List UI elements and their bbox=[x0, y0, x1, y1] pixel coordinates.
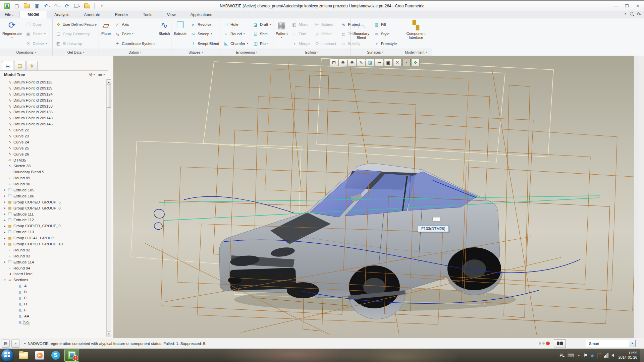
tree-item[interactable]: ◧C bbox=[0, 295, 107, 301]
tree-item[interactable]: ⌓Boundary Blend 5 bbox=[0, 169, 107, 175]
dropbox-icon[interactable]: ◆ bbox=[591, 353, 594, 358]
scroll-down-arrow[interactable]: ▼ bbox=[107, 331, 111, 336]
folder-browser-tab[interactable]: ▤ bbox=[14, 61, 25, 70]
tree-item[interactable]: ▸▦Group COPIED_GROUP_5 bbox=[0, 199, 107, 205]
expand-arrow-icon[interactable]: ▸ bbox=[3, 188, 7, 191]
tree-item[interactable]: ◗Round 94 bbox=[0, 265, 107, 271]
regenerate-quick-button[interactable]: ⟳ bbox=[63, 2, 71, 10]
model-tree-toggle[interactable]: ⊟ bbox=[2, 340, 10, 348]
point-button[interactable]: ˣₓPoint▾ bbox=[113, 31, 156, 37]
tab-applications[interactable]: Applications bbox=[183, 11, 220, 18]
group-label-get-data[interactable]: Get Data▾ bbox=[53, 49, 99, 56]
tree-item[interactable]: ▸❒Extrude 105 bbox=[0, 187, 107, 193]
copy-geometry-button[interactable]: ❏Copy Geometry bbox=[54, 31, 98, 37]
rib-button[interactable]: ◫Rib▾ bbox=[252, 40, 272, 47]
taskbar-file-explorer[interactable] bbox=[16, 349, 31, 362]
extrude-button[interactable]: ❒ Extrude bbox=[172, 19, 188, 49]
tree-item[interactable]: ∿Curve 22 bbox=[0, 127, 107, 133]
trim-button[interactable]: ◌Trim bbox=[290, 31, 311, 37]
merge-button[interactable]: ◑Merge bbox=[290, 40, 311, 47]
spin-center-icon[interactable]: ❖ bbox=[411, 59, 420, 66]
delete-button[interactable]: ✕Delete▾ bbox=[24, 40, 48, 47]
tree-item[interactable]: ∿Curve 26 bbox=[0, 151, 107, 157]
paste-button[interactable]: ▣Paste▾ bbox=[24, 31, 48, 37]
collapse-ribbon-icon[interactable]: ∧ bbox=[624, 12, 627, 16]
tab-model[interactable]: Model bbox=[20, 11, 47, 18]
tree-filters-button[interactable]: ⚒▾ bbox=[89, 72, 95, 77]
action-center-flag-icon[interactable]: ⚑ bbox=[583, 353, 588, 358]
zoom-out-icon[interactable]: ⊖ bbox=[348, 59, 356, 66]
undo-dropdown[interactable]: ▾ bbox=[49, 5, 50, 8]
fill-button[interactable]: ▨Fill bbox=[373, 21, 398, 28]
user-defined-feature-button[interactable]: ❖User-Defined Feature bbox=[54, 21, 98, 28]
scrollbar-thumb[interactable] bbox=[107, 84, 111, 108]
tree-item[interactable]: ▸▦Group COPIED_GROUP_10 bbox=[0, 241, 107, 247]
selection-filter-combo[interactable]: Smart ▼ bbox=[586, 340, 636, 347]
taskbar-clock[interactable]: 11:55 2014-01-26 bbox=[619, 351, 637, 360]
close-window-button[interactable] bbox=[83, 2, 91, 10]
tab-tools[interactable]: Tools bbox=[136, 11, 160, 18]
expand-arrow-icon[interactable]: ▸ bbox=[3, 194, 7, 197]
copy-button[interactable]: ❐Copy bbox=[24, 21, 48, 28]
mirror-button[interactable]: ◧Mirror bbox=[290, 21, 311, 28]
language-indicator[interactable]: PL bbox=[559, 353, 565, 358]
tab-view[interactable]: View bbox=[160, 11, 183, 18]
windows-button[interactable]: ❐▾ bbox=[73, 2, 81, 10]
command-search-icon[interactable] bbox=[630, 12, 633, 15]
shrinkwrap-button[interactable]: ◩Shrinkwrap bbox=[54, 40, 98, 47]
shell-button[interactable]: ⊡Shell bbox=[252, 31, 272, 37]
intersect-button[interactable]: ⊙Intersect bbox=[313, 40, 337, 47]
taskbar-skype[interactable]: S bbox=[48, 349, 63, 362]
tree-item[interactable]: ˣₓDatum Point id 209146 bbox=[0, 121, 107, 127]
expand-arrow-icon[interactable]: ▾ bbox=[3, 279, 7, 282]
group-label-operations[interactable]: Operations▾ bbox=[0, 49, 52, 56]
taskbar-creo-parametric[interactable]: ! bbox=[64, 349, 79, 362]
saved-orientations-icon[interactable]: AB bbox=[375, 59, 383, 66]
expand-arrow-icon[interactable]: ▸ bbox=[3, 242, 7, 245]
plane-button[interactable]: ▱ Plane bbox=[100, 19, 112, 49]
selection-filter-dropdown[interactable]: ▼ bbox=[629, 340, 635, 347]
tree-item[interactable]: ▸▦Group COPIED_GROUP_9 bbox=[0, 223, 107, 229]
freestyle-button[interactable]: ●Freestyle bbox=[373, 40, 398, 47]
volume-icon[interactable] bbox=[611, 354, 614, 357]
resize-button[interactable]: ❐ bbox=[623, 3, 631, 9]
tree-item[interactable]: ˣₓDatum Point id 209113 bbox=[0, 79, 107, 85]
offset-button[interactable]: ⇗Offset bbox=[313, 31, 337, 37]
tree-item[interactable]: ˣₓDatum Point id 209136 bbox=[0, 109, 107, 115]
tree-item[interactable]: ∿Curve 24 bbox=[0, 139, 107, 145]
show-desktop-button[interactable] bbox=[640, 349, 644, 362]
revolve-button[interactable]: ⌀Revolve bbox=[189, 21, 221, 28]
find-button[interactable] bbox=[554, 339, 566, 348]
tree-item[interactable]: ∿Curve 23 bbox=[0, 133, 107, 139]
tree-item[interactable]: ▾▰Sections bbox=[0, 277, 107, 283]
style-button[interactable]: ≋Style bbox=[373, 31, 398, 37]
open-button[interactable] bbox=[23, 2, 31, 10]
tree-columns-button[interactable]: ≔▾ bbox=[98, 72, 105, 77]
sweep-button[interactable]: ∾Sweep▾ bbox=[189, 31, 221, 37]
display-style-icon[interactable]: ◪ bbox=[366, 59, 374, 66]
group-label-model-intent[interactable]: Model Intent▾ bbox=[400, 49, 432, 56]
tree-item[interactable]: ◧SS bbox=[0, 319, 107, 325]
round-button[interactable]: ◗Round▾ bbox=[222, 31, 250, 37]
redo-dropdown[interactable]: ▾ bbox=[59, 5, 60, 8]
tab-analysis[interactable]: Analysis bbox=[47, 11, 77, 18]
group-label-surfaces[interactable]: Surfaces▾ bbox=[351, 49, 400, 56]
tree-item[interactable]: ◗Round 92 bbox=[0, 247, 107, 253]
draft-button[interactable]: ◪Draft▾ bbox=[252, 21, 272, 28]
tree-item[interactable]: ˣₓDatum Point id 209127 bbox=[0, 97, 107, 103]
tree-item[interactable]: ˣₓDatum Point id 209143 bbox=[0, 115, 107, 121]
expand-arrow-icon[interactable]: ▸ bbox=[3, 260, 7, 263]
chamfer-button[interactable]: ◣Chamfer▾ bbox=[222, 40, 250, 47]
tree-item[interactable]: ˣₓDatum Point id 209119 bbox=[0, 85, 107, 91]
hidden-icons-chevron[interactable]: ▲ bbox=[577, 354, 580, 357]
tree-item[interactable]: ▸❒Extrude 114 bbox=[0, 259, 107, 265]
start-button[interactable] bbox=[1, 349, 13, 361]
keyboard-icon[interactable]: ⌨ bbox=[568, 353, 574, 358]
tree-item[interactable]: ➜Insert Here bbox=[0, 271, 107, 277]
group-label-datum[interactable]: Datum▾ bbox=[99, 49, 171, 56]
power-icon[interactable] bbox=[597, 354, 601, 358]
tree-item[interactable]: ˣₓDatum Point id 209124 bbox=[0, 91, 107, 97]
new-file-button[interactable]: ▢ bbox=[13, 2, 21, 10]
tab-annotate[interactable]: Annotate bbox=[77, 11, 108, 18]
extend-button[interactable]: ⊢Extend bbox=[313, 21, 337, 28]
